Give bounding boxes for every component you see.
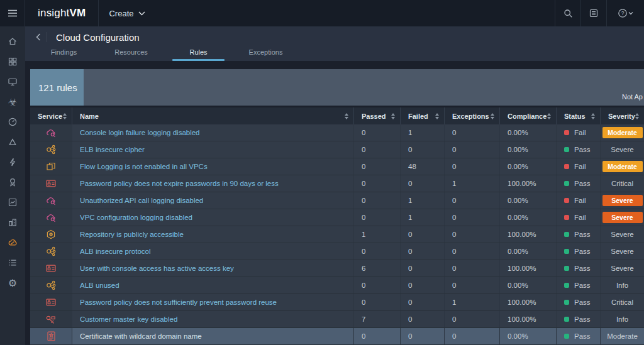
hamburger-menu-icon[interactable] xyxy=(0,0,25,26)
search-icon[interactable] xyxy=(555,0,580,26)
back-button[interactable] xyxy=(30,33,47,41)
compliance-cell: 100.00% xyxy=(500,294,557,310)
sort-arrows-icon[interactable] xyxy=(491,113,494,119)
exceptions-cell: 0 xyxy=(445,277,500,293)
sidebar-item-biohazard[interactable]: ☣ xyxy=(0,92,25,112)
rule-name-link[interactable]: Certificate with wildcard domain name xyxy=(80,332,202,340)
status-cell: Fail xyxy=(557,192,601,209)
sort-arrows-icon[interactable] xyxy=(435,113,439,119)
name-cell: Console login failure logging disabled xyxy=(72,124,354,141)
sidebar-item-gear[interactable]: ⚙ xyxy=(0,273,25,293)
table-row[interactable]: Password policy does not expire password… xyxy=(30,175,644,192)
failed-cell: 0 xyxy=(401,260,445,277)
service-cell xyxy=(30,158,72,175)
name-cell: ELB insecure cipher xyxy=(72,141,354,158)
sidebar-item-award-badge[interactable] xyxy=(0,172,25,192)
service-cell xyxy=(30,328,72,344)
sidebar-item-gauge[interactable] xyxy=(0,112,25,132)
tab-exceptions[interactable]: Exceptions xyxy=(232,48,299,61)
help-menu-icon[interactable]: ? xyxy=(606,0,644,26)
name-cell: Unauthorized API call logging disabled xyxy=(72,192,354,209)
gauge-icon xyxy=(8,117,18,127)
table-row[interactable]: ELB insecure cipher0000.00%PassSevere xyxy=(30,141,644,158)
sort-arrows-icon[interactable] xyxy=(391,113,395,119)
sidebar-item-triangle[interactable] xyxy=(0,132,25,152)
status-dot xyxy=(564,283,569,288)
sidebar-item-dashboard[interactable] xyxy=(0,52,25,72)
rule-name-link[interactable]: Repository is publicly accessible xyxy=(80,231,184,238)
column-header-name[interactable]: Name xyxy=(72,107,354,124)
severity-label: Critical xyxy=(611,180,633,187)
table-row[interactable]: Unauthorized API call logging disabled01… xyxy=(30,192,644,209)
iam-lock-icon xyxy=(45,297,57,307)
severity-badge: Moderate xyxy=(602,127,643,138)
table-row[interactable]: VPC configuration logging disabled0100.0… xyxy=(30,209,644,226)
column-header-status[interactable]: Status xyxy=(557,107,601,124)
sort-arrows-icon[interactable] xyxy=(63,113,67,119)
name-cell: Certificate with wildcard domain name xyxy=(72,328,354,344)
sidebar-item-building-chart[interactable] xyxy=(0,212,25,233)
failed-cell: 48 xyxy=(401,158,445,175)
table-row[interactable]: Certificate with wildcard domain name000… xyxy=(30,328,644,345)
rule-name-link[interactable]: Password policy does not sufficiently pr… xyxy=(80,298,277,306)
rule-name-link[interactable]: User with console access has active acce… xyxy=(80,265,234,272)
sort-arrows-icon[interactable] xyxy=(345,113,348,119)
rule-name-link[interactable]: Customer master key disabled xyxy=(80,315,177,323)
compliance-cell: 0.00% xyxy=(500,141,557,158)
column-header-passed[interactable]: Passed xyxy=(354,107,401,124)
chevron-down-icon xyxy=(138,11,145,16)
rule-name-link[interactable]: ELB insecure cipher xyxy=(80,146,145,153)
sidebar-item-monitor[interactable] xyxy=(0,72,25,92)
status-label: Pass xyxy=(574,265,591,272)
severity-cell: Severe xyxy=(601,209,644,226)
service-cell xyxy=(30,124,72,141)
passed-cell: 0 xyxy=(354,192,401,209)
passed-cell: 0 xyxy=(354,158,401,175)
table-row[interactable]: ALB unused0000.00%PassInfo xyxy=(30,277,644,294)
calculator-icon[interactable] xyxy=(580,0,606,26)
table-row[interactable]: Password policy does not sufficiently pr… xyxy=(30,294,644,311)
rule-name-link[interactable]: VPC configuration logging disabled xyxy=(80,214,192,221)
rule-name-link[interactable]: Console login failure logging disabled xyxy=(80,129,200,136)
table-row[interactable]: Flow Logging is not enabled in all VPCs0… xyxy=(30,158,644,175)
sort-arrows-icon[interactable] xyxy=(547,113,551,119)
sidebar-item-report-chart[interactable] xyxy=(0,192,25,212)
rule-name-link[interactable]: Flow Logging is not enabled in all VPCs xyxy=(80,163,208,170)
column-header-exceptions[interactable]: Exceptions xyxy=(445,107,500,124)
rule-name-link[interactable]: Password policy does not expire password… xyxy=(80,180,279,187)
failed-cell: 1 xyxy=(401,124,445,141)
sidebar-item-automation-bolt[interactable] xyxy=(0,152,25,172)
table-row[interactable]: ALB insecure protocol0000.00%PassSevere xyxy=(30,243,644,260)
compliance-cell: 0.00% xyxy=(500,192,557,209)
table-row[interactable]: Console login failure logging disabled01… xyxy=(30,124,644,141)
table-row[interactable]: Customer master key disabled700100.00%Pa… xyxy=(30,311,644,328)
table-row[interactable]: Repository is publicly accessible100100.… xyxy=(30,226,644,243)
column-header-service[interactable]: Service xyxy=(30,107,72,124)
rule-name-link[interactable]: Unauthorized API call logging disabled xyxy=(80,197,203,204)
failed-cell: 0 xyxy=(401,294,445,310)
status-dot xyxy=(564,300,569,305)
rule-name-link[interactable]: ALB unused xyxy=(80,282,119,289)
column-header-severity[interactable]: Severity xyxy=(601,107,644,124)
tab-findings[interactable]: Findings xyxy=(30,48,97,61)
failed-cell: 1 xyxy=(401,209,445,226)
column-header-compliance[interactable]: Compliance xyxy=(500,107,557,124)
tab-rules[interactable]: Rules xyxy=(165,48,232,61)
create-button[interactable]: Create xyxy=(99,0,155,26)
sort-arrows-icon[interactable] xyxy=(591,113,595,119)
status-cell: Pass xyxy=(557,260,601,277)
sidebar-item-list[interactable] xyxy=(0,253,25,273)
status-dot xyxy=(564,198,569,203)
rule-name-link[interactable]: ALB insecure protocol xyxy=(80,248,151,255)
severity-cell: Moderate xyxy=(601,328,644,344)
tab-resources[interactable]: Resources xyxy=(97,48,165,61)
exceptions-cell: 1 xyxy=(445,175,500,192)
iam-lock-icon xyxy=(45,178,57,189)
sidebar-item-cloud[interactable] xyxy=(0,233,25,253)
column-header-failed[interactable]: Failed xyxy=(401,107,445,124)
failed-cell: 0 xyxy=(401,277,445,293)
sidebar-item-home[interactable] xyxy=(0,31,25,52)
sort-arrows-icon[interactable] xyxy=(635,113,639,119)
table-row[interactable]: User with console access has active acce… xyxy=(30,260,644,277)
not-applicable-label[interactable]: Not Ap xyxy=(622,93,643,101)
